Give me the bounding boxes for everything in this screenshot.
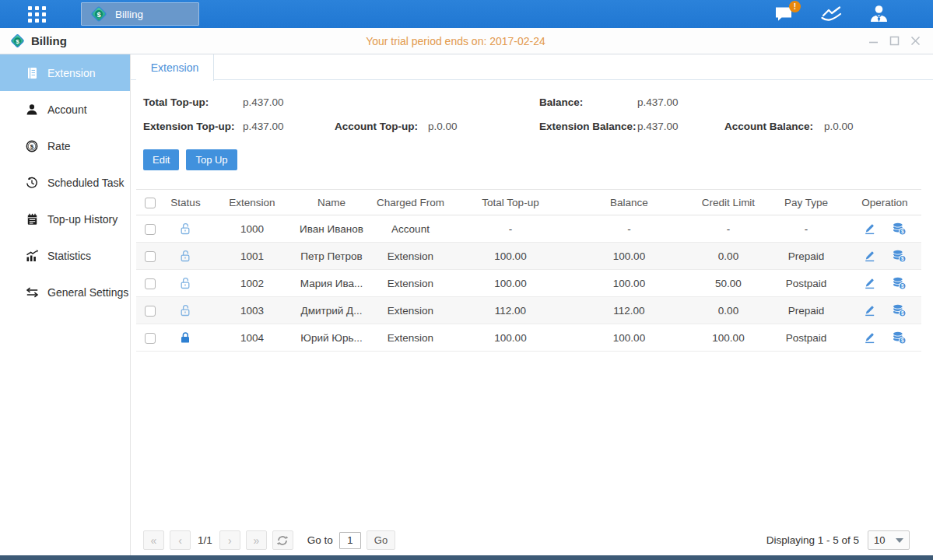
statistics-chart-icon[interactable]: [820, 5, 843, 23]
refresh-icon: [277, 535, 288, 546]
table-row[interactable]: 1004 Юрий Юрь... Extension 100.00 100.00…: [136, 324, 921, 352]
topup-coins-icon[interactable]: $: [892, 331, 907, 345]
lock-status-icon: [179, 277, 192, 290]
table-row[interactable]: 1001 Петр Петров Extension 100.00 100.00…: [136, 243, 921, 270]
row-checkbox[interactable]: [145, 306, 156, 317]
row-checkbox[interactable]: [145, 333, 156, 344]
topup-coins-icon[interactable]: $: [892, 222, 907, 236]
row-checkbox[interactable]: [145, 251, 156, 262]
desktop-bottom-edge: [0, 555, 933, 560]
row-name: Петр Петров: [297, 243, 366, 270]
column-header-status: Status: [164, 190, 207, 215]
row-total-topup: 112.00: [455, 297, 566, 324]
account-topup-label: Account Top-up:: [335, 121, 428, 132]
rate-icon: $: [25, 140, 39, 152]
sidebar-item-rate[interactable]: $ Rate: [0, 128, 130, 164]
row-pay-type: Prepaid: [764, 243, 848, 270]
window-titlebar: $ Billing Your trial period ends on: 201…: [0, 28, 933, 54]
next-page-button[interactable]: ›: [219, 530, 240, 550]
column-header-charged-from: Charged From: [366, 190, 455, 215]
total-topup-value: p.437.00: [243, 96, 539, 108]
row-extension: 1003: [207, 297, 297, 324]
column-header-balance: Balance: [566, 190, 693, 215]
topup-coins-icon[interactable]: $: [892, 277, 907, 290]
apps-grid-icon[interactable]: [27, 5, 47, 23]
topup-history-icon: [25, 213, 39, 226]
sidebar-item-extension[interactable]: Extension: [0, 54, 130, 91]
table-row[interactable]: 1002 Мария Ива... Extension 100.00 100.0…: [136, 270, 921, 297]
row-balance: 100.00: [566, 243, 693, 270]
row-pay-type: -: [764, 215, 848, 243]
goto-page-input[interactable]: [339, 532, 361, 549]
edit-pencil-icon[interactable]: [863, 222, 876, 235]
topup-coins-icon[interactable]: $: [892, 250, 907, 263]
row-balance: 100.00: [566, 324, 693, 352]
refresh-button[interactable]: [272, 530, 293, 550]
top-up-button[interactable]: Top Up: [186, 149, 237, 170]
row-pay-type: Postpaid: [764, 270, 848, 297]
edit-pencil-icon[interactable]: [863, 304, 876, 317]
first-page-button[interactable]: «: [143, 530, 164, 550]
topup-coins-icon[interactable]: $: [892, 304, 907, 317]
table-row[interactable]: 1000 Иван Иванов Account - - - -: [136, 215, 921, 243]
general-settings-icon: [25, 286, 39, 299]
row-name: Дмитрий Д...: [297, 297, 366, 324]
messages-icon[interactable]: !: [774, 5, 794, 23]
sidebar-item-statistics[interactable]: Statistics: [0, 237, 130, 274]
extension-table: Status Extension Name Charged From Total…: [136, 189, 921, 352]
row-charged-from: Extension: [366, 297, 455, 324]
row-checkbox[interactable]: [145, 278, 156, 289]
row-pay-type: Postpaid: [764, 324, 848, 352]
sidebar-item-account[interactable]: Account: [0, 91, 130, 128]
prev-page-button[interactable]: ‹: [170, 530, 191, 550]
row-operations: $: [848, 243, 921, 270]
column-header-extension: Extension: [207, 190, 297, 215]
go-button[interactable]: Go: [367, 530, 395, 550]
edit-pencil-icon[interactable]: [863, 277, 876, 289]
last-page-button[interactable]: »: [246, 530, 267, 550]
taskbar-billing-tab[interactable]: $ Billing: [81, 2, 199, 26]
summary-row-2: Extension Top-up: p.437.00 Account Top-u…: [143, 114, 933, 138]
table-row[interactable]: 1003 Дмитрий Д... Extension 112.00 112.0…: [136, 297, 921, 324]
row-charged-from: Extension: [366, 324, 455, 352]
action-buttons: Edit Top Up: [143, 149, 933, 170]
edit-button[interactable]: Edit: [143, 149, 179, 170]
row-total-topup: 100.00: [455, 270, 566, 297]
svg-text:$: $: [30, 142, 34, 149]
edit-pencil-icon[interactable]: [863, 250, 876, 262]
row-operations: $: [848, 324, 921, 352]
account-topup-value: p.0.00: [428, 121, 539, 132]
row-operations: $: [848, 215, 921, 243]
sidebar-item-general-settings[interactable]: General Settings: [0, 274, 130, 310]
taskbar-tab-label: Billing: [115, 9, 143, 20]
row-credit-limit: 50.00: [693, 270, 764, 297]
total-topup-label: Total Top-up:: [143, 96, 243, 108]
edit-pencil-icon[interactable]: [863, 331, 876, 344]
page-size-select[interactable]: 10: [868, 530, 910, 550]
row-name: Иван Иванов: [297, 215, 366, 243]
window-title: Billing: [31, 34, 67, 47]
lock-status-icon: [179, 331, 192, 345]
lock-status-icon: [179, 250, 192, 263]
header-checkbox-cell: [136, 190, 164, 215]
minimize-button[interactable]: [868, 36, 879, 47]
row-status-cell: [164, 270, 207, 297]
row-credit-limit: 100.00: [693, 324, 764, 352]
tab-extension[interactable]: Extension: [136, 54, 214, 81]
row-credit-limit: 0.00: [693, 297, 764, 324]
close-button[interactable]: [910, 36, 921, 47]
svg-text:$: $: [901, 310, 904, 317]
extension-table-body: 1000 Иван Иванов Account - - - -: [136, 215, 921, 352]
row-checkbox[interactable]: [145, 224, 156, 235]
notification-badge: !: [789, 1, 801, 12]
row-checkbox-cell: [136, 270, 164, 297]
select-all-checkbox[interactable]: [145, 198, 156, 208]
desktop-topbar: $ Billing !: [0, 0, 933, 28]
row-operations: $: [848, 297, 921, 324]
row-extension: 1001: [207, 243, 297, 270]
sidebar-item-scheduled-task[interactable]: Scheduled Task: [0, 164, 130, 201]
row-balance: -: [566, 215, 693, 243]
sidebar-item-topup-history[interactable]: Top-up History: [0, 201, 130, 237]
user-icon[interactable]: [868, 4, 889, 24]
maximize-button[interactable]: [889, 36, 900, 47]
